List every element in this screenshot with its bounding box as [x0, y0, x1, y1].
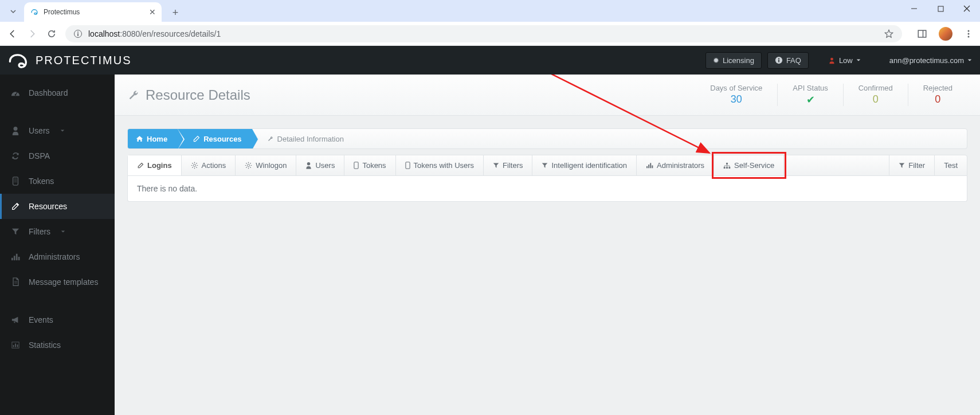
- faq-button[interactable]: FAQ: [767, 52, 809, 69]
- licensing-button[interactable]: ✹ Licensing: [705, 52, 762, 69]
- sitemap-icon: [723, 162, 731, 169]
- tab-test[interactable]: Test: [935, 155, 967, 175]
- sidebar-label: Dashboard: [29, 88, 68, 97]
- profile-avatar[interactable]: [939, 27, 952, 41]
- content-tabs: Logins Actions Winlogon Users: [127, 155, 967, 176]
- tab-winlogon[interactable]: Winlogon: [236, 155, 296, 175]
- browser-toolbar: localhost:8080/en/resources/details/1: [0, 22, 980, 46]
- side-panel-icon[interactable]: [917, 29, 927, 39]
- stat-days: Days of Service 30: [695, 84, 777, 106]
- minimize-button[interactable]: [901, 0, 927, 17]
- gear-icon: [245, 162, 252, 169]
- device-icon: [354, 162, 359, 169]
- empty-state-text: There is no data.: [137, 184, 197, 193]
- tab-actions[interactable]: Actions: [182, 155, 236, 175]
- dashboard-icon: [10, 89, 21, 97]
- filter-icon: [493, 162, 499, 169]
- svg-rect-40: [726, 162, 728, 164]
- sidebar-label: Tokens: [29, 177, 54, 186]
- tab-close-button[interactable]: ✕: [149, 7, 156, 17]
- svg-point-13: [778, 58, 779, 59]
- chevron-down-icon: [967, 58, 972, 62]
- sidebar-label: Resources: [29, 202, 67, 211]
- document-icon: [10, 277, 21, 287]
- edit-icon: [193, 135, 200, 143]
- sidebar-item-message-templates[interactable]: Message templates: [0, 269, 115, 295]
- sidebar-item-tokens[interactable]: Tokens: [0, 169, 115, 194]
- tab-administrators[interactable]: Administrators: [637, 155, 714, 175]
- svg-rect-23: [16, 254, 18, 260]
- tab-spacer: [784, 155, 889, 175]
- chrome-menu-icon[interactable]: [964, 29, 973, 38]
- sidebar-item-users[interactable]: Users: [0, 118, 115, 143]
- svg-rect-42: [726, 167, 728, 169]
- faq-label: FAQ: [786, 56, 801, 65]
- breadcrumb: Home Resources Detailed Information: [127, 128, 967, 149]
- bookmark-star-icon[interactable]: [884, 29, 894, 39]
- gear-icon: [191, 162, 198, 169]
- sidebar-item-resources[interactable]: Resources: [0, 194, 115, 219]
- tab-search-button[interactable]: [6, 5, 21, 18]
- svg-point-33: [307, 162, 311, 166]
- sidebar-label: Administrators: [29, 252, 80, 261]
- content-panel: There is no data.: [127, 176, 967, 202]
- page-title: Resource Details: [127, 87, 250, 103]
- bars-icon: [10, 253, 21, 261]
- sidebar-item-filters[interactable]: Filters: [0, 219, 115, 244]
- maximize-button[interactable]: [927, 0, 954, 17]
- svg-rect-43: [728, 167, 730, 169]
- address-bar[interactable]: localhost:8080/en/resources/details/1: [65, 25, 902, 42]
- reload-button[interactable]: [46, 28, 57, 40]
- back-button[interactable]: [7, 28, 18, 40]
- svg-rect-21: [11, 258, 13, 260]
- tab-filter[interactable]: Filter: [889, 155, 935, 175]
- brand-logo[interactable]: PROTECTIMUS: [0, 52, 132, 68]
- filter-icon: [10, 228, 21, 236]
- megaphone-icon: [10, 316, 21, 324]
- tab-tokens-with-users[interactable]: Tokens with Users: [396, 155, 484, 175]
- check-icon: ✔: [793, 93, 828, 106]
- svg-rect-14: [778, 60, 779, 62]
- svg-rect-39: [652, 166, 653, 169]
- breadcrumb-resources[interactable]: Resources: [178, 129, 252, 148]
- svg-point-5: [77, 32, 79, 33]
- new-tab-button[interactable]: +: [167, 5, 183, 21]
- tab-self-service[interactable]: Self-Service: [714, 155, 784, 175]
- svg-rect-28: [13, 345, 14, 347]
- sun-icon: ✹: [713, 56, 719, 65]
- sidebar-item-dspa[interactable]: DSPA: [0, 143, 115, 169]
- chevron-down-icon: [856, 58, 861, 62]
- sidebar-item-administrators[interactable]: Administrators: [0, 244, 115, 269]
- svg-rect-24: [18, 257, 20, 260]
- tab-filters[interactable]: Filters: [484, 155, 532, 175]
- sidebar-label: Users: [29, 126, 50, 135]
- stat-rejected: Rejected 0: [908, 84, 967, 106]
- sidebar-label: Message templates: [29, 277, 98, 287]
- stat-confirmed: Confirmed 0: [843, 84, 908, 106]
- site-info-icon[interactable]: [73, 29, 83, 38]
- forward-button[interactable]: [26, 28, 38, 40]
- svg-rect-6: [77, 33, 79, 36]
- svg-rect-30: [17, 344, 18, 347]
- browser-tab[interactable]: Protectimus ✕: [24, 2, 162, 22]
- tab-intelligent-identification[interactable]: Intelligent identification: [532, 155, 637, 175]
- svg-rect-7: [918, 30, 926, 37]
- tab-logins[interactable]: Logins: [128, 155, 182, 175]
- status-indicator[interactable]: Low: [828, 56, 861, 65]
- svg-rect-22: [14, 256, 15, 260]
- edit-icon: [10, 202, 21, 211]
- breadcrumb-home[interactable]: Home: [128, 129, 178, 148]
- bars-icon: [646, 162, 653, 169]
- main-content: Resource Details Days of Service 30 API …: [115, 75, 980, 415]
- tab-users[interactable]: Users: [296, 155, 344, 175]
- sidebar-item-events[interactable]: Events: [0, 307, 115, 332]
- user-email-label: ann@protectimus.com: [889, 56, 964, 65]
- tab-tokens[interactable]: Tokens: [344, 155, 395, 175]
- svg-point-32: [248, 164, 250, 166]
- tab-title: Protectimus: [44, 8, 80, 16]
- sidebar-item-statistics[interactable]: Statistics: [0, 332, 115, 358]
- user-menu[interactable]: ann@protectimus.com: [889, 56, 972, 65]
- sidebar-item-dashboard[interactable]: Dashboard: [0, 80, 115, 105]
- close-window-button[interactable]: [954, 0, 980, 17]
- svg-point-10: [968, 33, 970, 34]
